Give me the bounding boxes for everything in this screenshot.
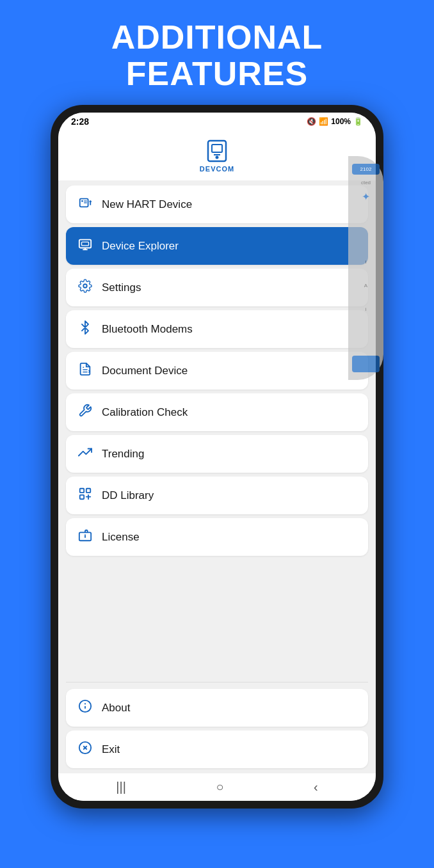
phone-frame: 2:28 🔇 📶 100% 🔋 — [51, 105, 383, 809]
menu-label-about: About — [102, 702, 130, 714]
peek-item-1: 2102 — [352, 164, 380, 175]
menu-item-dd-library[interactable]: DD Library — [66, 477, 368, 514]
bottom-nav: ||| ○ ‹ — [58, 773, 376, 801]
menu-label-license: License — [102, 531, 140, 544]
mute-icon: 🔇 — [307, 117, 316, 126]
menu-item-about[interactable]: About — [66, 689, 368, 727]
page-title: ADDITIONAL FEATURES — [111, 19, 323, 92]
peek-button — [352, 356, 380, 372]
svg-rect-11 — [82, 242, 89, 246]
menu-item-exit[interactable]: Exit — [66, 730, 368, 768]
nav-menu-icon[interactable]: ||| — [116, 780, 126, 794]
menu-label-calibration-check: Calibration Check — [102, 406, 188, 419]
status-icons: 🔇 📶 100% 🔋 — [307, 117, 363, 126]
svg-point-5 — [81, 200, 83, 202]
nav-home-icon[interactable]: ○ — [216, 780, 223, 794]
app-header: DEVCOM — [58, 130, 376, 180]
bluetooth-icon — [77, 320, 93, 338]
peek-item-2: cted — [352, 180, 380, 185]
menu-label-new-hart-device: New HART Device — [102, 198, 192, 211]
document-icon — [77, 362, 93, 379]
hart-icon — [77, 196, 93, 213]
peek-item-4: A — [352, 283, 380, 288]
calibration-icon — [77, 404, 93, 421]
svg-point-14 — [83, 285, 87, 288]
svg-point-2 — [216, 156, 219, 159]
battery-label: 100% — [331, 117, 351, 126]
svg-rect-10 — [79, 240, 91, 248]
menu-item-calibration-check[interactable]: Calibration Check — [66, 393, 368, 431]
phone-mockup: 2:28 🔇 📶 100% 🔋 — [51, 105, 383, 809]
peek-bluetooth: ✦ — [352, 191, 380, 203]
license-icon — [77, 528, 93, 546]
menu-item-trending[interactable]: Trending — [66, 435, 368, 473]
svg-rect-19 — [80, 495, 84, 499]
battery-icon: 🔋 — [353, 117, 363, 126]
menu-label-device-explorer: Device Explorer — [102, 240, 179, 253]
trending-icon — [77, 445, 93, 462]
wifi-icon: 📶 — [319, 117, 328, 126]
exit-icon — [77, 741, 93, 758]
svg-rect-1 — [212, 145, 222, 152]
info-icon — [77, 699, 93, 716]
settings-icon — [77, 279, 93, 296]
devcom-text: DEVCOM — [200, 165, 234, 173]
menu-item-new-hart-device[interactable]: New HART Device — [66, 185, 368, 223]
menu-spacer — [66, 560, 368, 675]
menu-label-exit: Exit — [102, 743, 120, 756]
menu-label-settings: Settings — [102, 281, 141, 294]
menu-item-license[interactable]: License — [66, 518, 368, 556]
svg-point-22 — [84, 535, 86, 536]
menu-item-bluetooth-modems[interactable]: Bluetooth Modems — [66, 310, 368, 348]
menu-item-settings[interactable]: Settings — [66, 269, 368, 306]
menu-item-document-device[interactable]: Document Device — [66, 352, 368, 390]
svg-rect-17 — [80, 489, 84, 493]
peek-area: 2102 cted ✦ i A i — [348, 156, 383, 380]
svg-rect-18 — [86, 489, 90, 493]
phone-screen: 2:28 🔇 📶 100% 🔋 — [58, 113, 376, 801]
menu-label-trending: Trending — [102, 448, 144, 461]
library-icon — [77, 487, 93, 504]
menu-label-bluetooth-modems: Bluetooth Modems — [102, 323, 193, 336]
peek-item-5: i — [352, 306, 380, 312]
menu-label-dd-library: DD Library — [102, 489, 154, 502]
menu-item-device-explorer[interactable]: Device Explorer — [66, 227, 368, 265]
menu-label-document-device: Document Device — [102, 365, 188, 377]
devcom-logo: DEVCOM — [200, 138, 234, 173]
status-time: 2:28 — [71, 116, 89, 127]
status-bar: 2:28 🔇 📶 100% 🔋 — [58, 113, 376, 130]
devcom-icon-svg — [204, 138, 230, 164]
peek-item-3: i — [352, 259, 380, 265]
header-section: ADDITIONAL FEATURES — [111, 0, 323, 92]
nav-back-icon[interactable]: ‹ — [314, 780, 318, 794]
device-explorer-icon — [77, 237, 93, 255]
menu-list: New HART Device Device Explorer Settings — [58, 180, 376, 773]
menu-divider — [66, 682, 368, 683]
